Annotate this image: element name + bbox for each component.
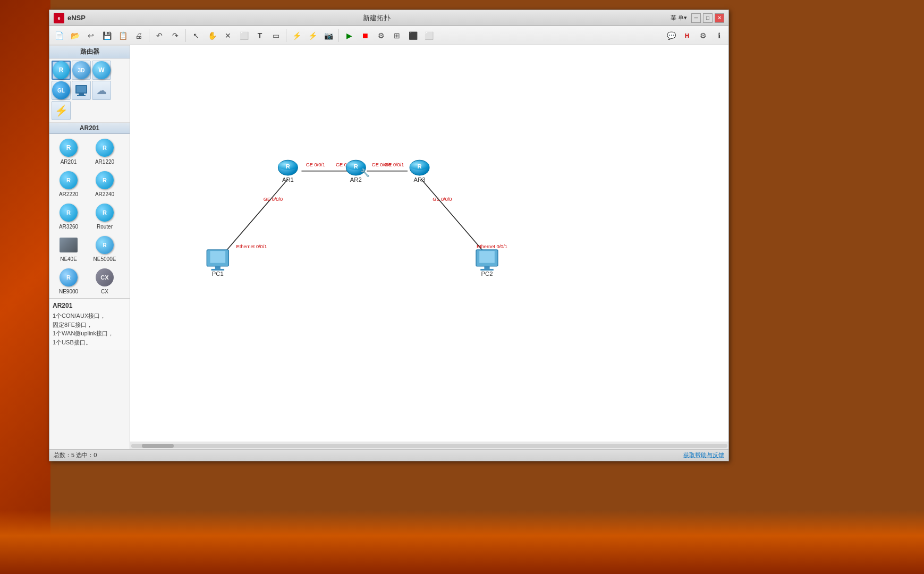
save-as-button[interactable]: 📋 — [115, 28, 130, 43]
select-button[interactable]: ↖ — [189, 28, 204, 43]
device-ne5000e[interactable]: R NE5000E — [88, 233, 122, 264]
print-button[interactable]: 🖨 — [131, 28, 146, 43]
chat-icon[interactable]: 💬 — [664, 28, 679, 43]
section2-title: AR201 — [49, 122, 130, 134]
device-list-grid: R AR201 R AR1220 R AR2220 — [49, 134, 130, 298]
svg-rect-26 — [210, 251, 225, 263]
device-ne9000[interactable]: R NE9000 — [52, 266, 86, 296]
node-pc2[interactable]: PC2 — [476, 250, 498, 277]
new-button[interactable]: 📄 — [52, 28, 66, 43]
node-ar3[interactable]: R AR3 — [410, 160, 429, 183]
count-label: 总数： — [54, 452, 71, 458]
redo-button[interactable]: ↷ — [168, 28, 183, 43]
sep2 — [185, 29, 186, 42]
text-button[interactable]: T — [252, 28, 267, 43]
device-ne40e[interactable]: NE40E — [52, 233, 86, 264]
connect-button[interactable]: ⚡ — [289, 28, 304, 43]
delete-button[interactable]: ✕ — [221, 28, 235, 43]
stop-button[interactable]: ⏹ — [358, 28, 372, 43]
device-ar2220-label: AR2220 — [59, 191, 78, 197]
device-ne40e-icon — [58, 235, 79, 255]
play-button[interactable]: ▶ — [342, 28, 357, 43]
device-ar3260-label: AR3260 — [59, 224, 78, 230]
device-ne5000e-label: NE5000E — [94, 256, 116, 262]
h-scrollbar[interactable] — [130, 442, 728, 449]
category-router-3d[interactable]: 3D — [72, 61, 91, 80]
svg-text:AR2: AR2 — [350, 176, 362, 183]
svg-text:R: R — [286, 163, 290, 170]
category-lightning[interactable]: ⚡ — [52, 101, 71, 120]
device-ar1220[interactable]: R AR1220 — [88, 136, 122, 166]
info-icon[interactable]: ℹ — [711, 28, 726, 43]
node-ar1[interactable]: R AR1 — [278, 160, 298, 183]
sep4 — [338, 29, 339, 42]
svg-text:AR3: AR3 — [414, 176, 426, 183]
device-router[interactable]: R Router — [88, 201, 122, 231]
category-cloud[interactable]: ☁ — [92, 81, 111, 100]
device-ar2220-icon: R — [58, 170, 79, 190]
open-button[interactable]: 📂 — [67, 28, 82, 43]
device-cx[interactable]: CX CX — [88, 266, 122, 296]
scrollbar-thumb[interactable] — [142, 444, 174, 448]
svg-text:PC1: PC1 — [212, 271, 224, 277]
svg-rect-32 — [484, 266, 489, 269]
back-button[interactable]: ↩ — [83, 28, 98, 43]
svg-text:GE 0/0/1: GE 0/0/1 — [385, 163, 404, 168]
window-title: 新建拓扑 — [363, 13, 391, 23]
status-count: 总数：5 选中：0 — [54, 451, 97, 459]
node-ar2[interactable]: R 🔧 AR2 — [346, 160, 370, 183]
save-button[interactable]: 💾 — [99, 28, 114, 43]
device-ne40e-label: NE40E — [60, 256, 77, 262]
canvas-area[interactable]: GE 0/0/0 Ethernet 0/0/1 GE 0/0/1 GE 0/0/… — [130, 45, 728, 449]
svg-text:AR1: AR1 — [282, 176, 294, 183]
device-ar2240[interactable]: R AR2240 — [88, 168, 122, 199]
device-ar1220-label: AR1220 — [95, 159, 114, 165]
app-window: e eNSP 新建拓扑 菜 单▾ ─ □ ✕ 📄 📂 ↩ 💾 📋 🖨 ↶ ↷ ↖… — [49, 10, 729, 461]
device-ne5000e-icon: R — [95, 235, 115, 255]
topology-button[interactable]: ⊞ — [389, 28, 404, 43]
area-select-button[interactable]: ⬜ — [236, 28, 251, 43]
snapshot-button[interactable]: 📷 — [321, 28, 336, 43]
help-link[interactable]: 获取帮助与反馈 — [683, 451, 724, 459]
category-router-globe[interactable]: GL — [52, 81, 71, 100]
rectangle-button[interactable]: ▭ — [268, 28, 283, 43]
status-bar: 总数：5 选中：0 获取帮助与反馈 — [49, 449, 728, 461]
svg-text:GE 0/0/0: GE 0/0/0 — [264, 197, 283, 202]
device-ar2220[interactable]: R AR2220 — [52, 168, 86, 199]
svg-text:Ethernet 0/0/1: Ethernet 0/0/1 — [236, 244, 267, 249]
node-pc1[interactable]: PC1 — [207, 250, 228, 277]
category-icons-grid: R 3D W GL — [49, 58, 130, 122]
device-ar3260[interactable]: R AR3260 — [52, 201, 86, 231]
undo-button[interactable]: ↶ — [152, 28, 167, 43]
sep1 — [149, 29, 149, 42]
section1-title: 路由器 — [49, 45, 130, 58]
settings-icon[interactable]: ⚙ — [696, 28, 710, 43]
svg-text:R: R — [354, 163, 358, 170]
device-ne9000-label: NE9000 — [59, 289, 78, 294]
svg-text:GE 0/0/0: GE 0/0/0 — [433, 197, 452, 202]
config-button[interactable]: ⚙ — [374, 28, 388, 43]
app-name: eNSP — [67, 14, 86, 22]
title-bar: e eNSP 新建拓扑 菜 单▾ ─ □ ✕ — [49, 10, 728, 26]
disconnect-button[interactable]: ⚡ — [305, 28, 320, 43]
menu-button[interactable]: 菜 单▾ — [668, 13, 689, 23]
device-ar201[interactable]: R AR201 — [52, 136, 86, 166]
pan-button[interactable]: ✋ — [205, 28, 219, 43]
svg-text:Ethernet 0/0/1: Ethernet 0/0/1 — [477, 244, 507, 249]
zoom-fit-button[interactable]: ⬛ — [405, 28, 420, 43]
svg-text:GE 0/0/1: GE 0/0/1 — [306, 163, 325, 168]
svg-rect-27 — [215, 266, 221, 269]
close-button[interactable]: ✕ — [715, 13, 724, 23]
maximize-button[interactable]: □ — [703, 13, 713, 23]
title-bar-left: e eNSP — [54, 13, 86, 23]
category-router-wifi[interactable]: W — [92, 61, 111, 80]
category-router-r[interactable]: R — [52, 61, 71, 80]
device-ar201-label: AR201 — [61, 159, 77, 165]
huawei-icon: H — [680, 28, 694, 43]
device-cx-label: CX — [101, 289, 108, 294]
device-ar2240-label: AR2240 — [95, 191, 114, 197]
scrollbar-track — [131, 444, 727, 448]
fullscreen-button[interactable]: ⬜ — [421, 28, 436, 43]
minimize-button[interactable]: ─ — [691, 13, 701, 23]
category-pc[interactable] — [72, 81, 91, 100]
